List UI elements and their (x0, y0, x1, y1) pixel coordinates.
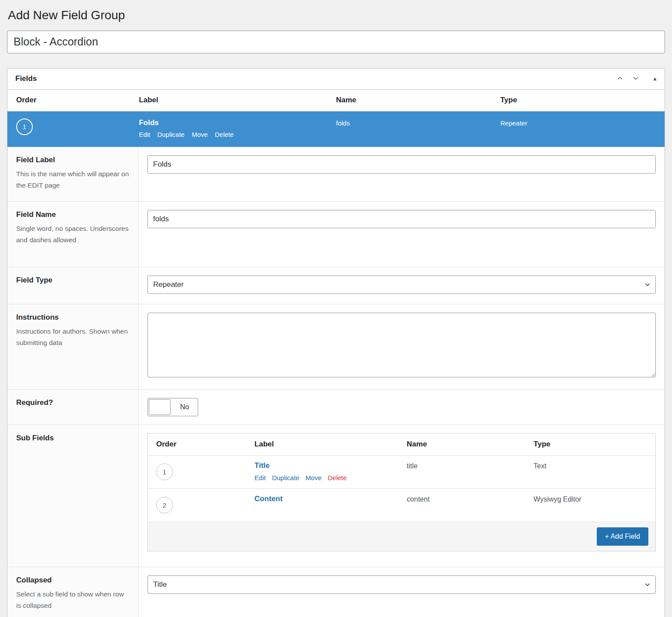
fields-panel-title: Fields (15, 74, 37, 83)
setting-input-cell (139, 304, 665, 389)
sub-fields-table: Order Label Name Type 1 Title (147, 433, 656, 551)
panel-handle-actions: ▲ (609, 74, 658, 84)
sub-column-header-type: Type (534, 440, 655, 449)
order-cell: 1 (148, 464, 255, 480)
field-group-title-input[interactable] (7, 31, 665, 53)
collapsed-select[interactable]: Title (147, 575, 656, 594)
field-type-text: Repeater (500, 119, 665, 127)
setting-title: Collapsed (16, 576, 130, 585)
sub-field-row-content: 2 Content content Wysiwyg Editor (148, 489, 655, 522)
setting-description: Single word, no spaces. Underscores and … (16, 223, 130, 246)
label-cell: Content (255, 495, 407, 503)
sub-field-title-link[interactable]: Title (255, 461, 270, 470)
setting-row-instructions: Instructions Instructions for authors. S… (7, 304, 665, 390)
collapse-panel-button[interactable]: ▲ (652, 76, 658, 82)
sub-field-row-actions: Edit Duplicate Move Delete (255, 474, 407, 481)
order-number: 1 (163, 468, 166, 476)
field-label-input[interactable] (147, 155, 656, 174)
edit-field-link[interactable]: Edit (139, 131, 150, 138)
sub-column-header-label: Label (255, 440, 407, 449)
sub-field-row-title: 1 Title Edit Duplicate Move Delete (148, 456, 655, 489)
column-header-type: Type (500, 96, 665, 105)
sub-fields-table-header: Order Label Name Type (148, 434, 655, 456)
setting-input-cell (139, 147, 665, 201)
setting-input-cell: Repeater (139, 267, 665, 304)
setting-row-field-label: Field Label This is the name which will … (7, 147, 665, 202)
triangle-up-icon: ▲ (652, 76, 658, 82)
sub-field-content-link[interactable]: Content (255, 495, 283, 503)
sub-column-header-order: Order (148, 440, 255, 449)
setting-label-cell: Collapsed Select a sub field to show whe… (7, 567, 139, 617)
move-panel-up-button[interactable] (616, 74, 624, 84)
order-number: 1 (23, 123, 26, 130)
setting-description: This is the name which will appear on th… (16, 168, 130, 191)
setting-row-collapsed: Collapsed Select a sub field to show whe… (7, 567, 665, 617)
fields-panel: Fields ▲ Order Label Na (7, 68, 665, 617)
field-name-input[interactable] (147, 210, 656, 228)
setting-label-cell: Field Label This is the name which will … (7, 147, 139, 201)
required-toggle[interactable]: No (147, 398, 198, 416)
sub-field-type-text: Text (534, 462, 655, 470)
setting-label-cell: Required? (7, 390, 139, 425)
column-header-label: Label (139, 96, 336, 105)
duplicate-sub-field-link[interactable]: Duplicate (272, 474, 300, 481)
delete-field-link[interactable]: Delete (215, 131, 234, 138)
chevron-down-icon (631, 74, 640, 84)
setting-input-cell: No (139, 390, 665, 425)
setting-title: Field Name (16, 210, 130, 219)
setting-title: Required? (16, 398, 130, 407)
order-cell: 1 (7, 118, 139, 135)
sub-column-header-name: Name (407, 440, 534, 449)
field-row-actions: Edit Duplicate Move Delete (139, 131, 336, 138)
field-row-folds: 1 Folds Edit Duplicate Move Delete folds… (7, 112, 665, 147)
label-cell: Folds Edit Duplicate Move Delete (139, 118, 336, 138)
fields-table-header: Order Label Name Type (7, 90, 665, 112)
drag-handle-order-circle[interactable]: 1 (16, 119, 33, 135)
order-cell: 2 (148, 497, 255, 513)
setting-input-cell: Title (139, 567, 665, 617)
order-number: 2 (163, 502, 166, 509)
edit-sub-field-link[interactable]: Edit (255, 474, 266, 481)
duplicate-field-link[interactable]: Duplicate (157, 131, 185, 138)
move-field-link[interactable]: Move (192, 131, 208, 138)
fields-panel-header: Fields ▲ (7, 69, 665, 90)
setting-description: Select a sub field to show when row is c… (16, 589, 130, 611)
field-label-text: Folds (139, 119, 336, 127)
setting-label-cell: Sub Fields (7, 425, 139, 567)
setting-label-cell: Field Type (7, 267, 139, 304)
admin-page: Add New Field Group Fields ▲ (0, 0, 672, 617)
drag-handle-order-circle[interactable]: 1 (156, 464, 173, 480)
field-type-select[interactable]: Repeater (147, 275, 656, 294)
column-header-order: Order (7, 96, 139, 105)
move-sub-field-link[interactable]: Move (305, 474, 322, 481)
setting-input-cell: Order Label Name Type 1 Title (139, 425, 665, 567)
drag-handle-order-circle[interactable]: 2 (156, 497, 173, 513)
sub-field-name-text: title (407, 462, 534, 470)
toggle-state-label: No (172, 398, 198, 416)
sub-field-type-text: Wysiwyg Editor (534, 495, 655, 503)
setting-title: Field Type (16, 276, 130, 285)
label-cell: Title Edit Duplicate Move Delete (255, 461, 407, 481)
setting-title: Sub Fields (16, 434, 130, 443)
setting-title: Field Label (16, 156, 130, 164)
page-title: Add New Field Group (7, 4, 665, 31)
delete-sub-field-link[interactable]: Delete (328, 474, 346, 481)
setting-input-cell (139, 202, 665, 267)
setting-label-cell: Instructions Instructions for authors. S… (7, 304, 139, 389)
setting-label-cell: Field Name Single word, no spaces. Under… (7, 202, 139, 267)
toggle-knob (149, 399, 171, 415)
field-name-text: folds (336, 119, 500, 127)
setting-description: Instructions for authors. Shown when sub… (16, 326, 130, 349)
instructions-textarea[interactable] (147, 313, 656, 377)
chevron-up-icon (616, 74, 624, 84)
setting-row-field-name: Field Name Single word, no spaces. Under… (7, 202, 665, 267)
move-panel-down-button[interactable] (631, 74, 640, 84)
sub-field-name-text: content (407, 495, 534, 503)
column-header-name: Name (336, 96, 500, 105)
setting-row-required: Required? No (7, 390, 665, 425)
setting-title: Instructions (16, 313, 130, 322)
setting-row-field-type: Field Type Repeater (7, 267, 665, 304)
add-field-button[interactable]: + Add Field (597, 527, 649, 546)
setting-row-sub-fields: Sub Fields Order Label Name Type 1 (7, 425, 665, 567)
sub-fields-footer: + Add Field (148, 522, 655, 551)
